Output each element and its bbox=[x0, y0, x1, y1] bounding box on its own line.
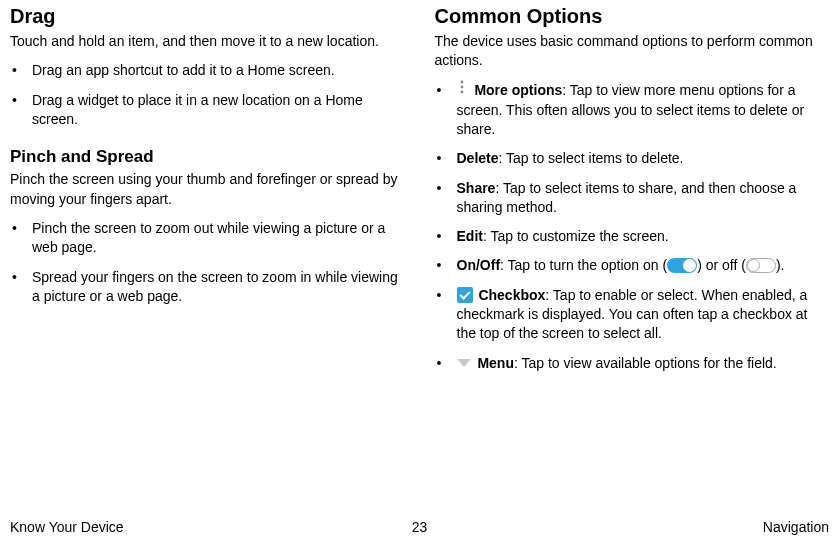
menu-label: Menu bbox=[477, 355, 514, 371]
list-item: Drag a widget to place it in a new locat… bbox=[10, 91, 405, 130]
page-footer: Know Your Device 23 Navigation bbox=[10, 519, 829, 535]
footer-left: Know Your Device bbox=[10, 519, 124, 535]
common-options-heading: Common Options bbox=[435, 5, 830, 28]
option-delete: Delete: Tap to select items to delete. bbox=[435, 149, 830, 168]
list-item: Drag an app shortcut to add it to a Home… bbox=[10, 61, 405, 80]
option-menu: Menu: Tap to view available options for … bbox=[435, 354, 830, 373]
drag-heading: Drag bbox=[10, 5, 405, 28]
onoff-desc-c: ). bbox=[776, 257, 785, 273]
option-share: Share: Tap to select items to share, and… bbox=[435, 179, 830, 218]
svg-point-2 bbox=[460, 91, 463, 94]
more-options-icon bbox=[457, 80, 471, 99]
share-label: Share bbox=[457, 180, 496, 196]
onoff-desc-b: ) or off ( bbox=[697, 257, 746, 273]
left-column: Drag Touch and hold an item, and then mo… bbox=[10, 5, 405, 500]
edit-label: Edit bbox=[457, 228, 483, 244]
footer-right: Navigation bbox=[763, 519, 829, 535]
edit-desc: : Tap to customize the screen. bbox=[483, 228, 669, 244]
svg-point-1 bbox=[460, 86, 463, 89]
toggle-on-icon bbox=[667, 258, 697, 273]
list-item: Spread your fingers on the screen to zoo… bbox=[10, 268, 405, 307]
option-checkbox: Checkbox: Tap to enable or select. When … bbox=[435, 286, 830, 344]
drag-list: Drag an app shortcut to add it to a Home… bbox=[10, 61, 405, 129]
toggle-off-icon bbox=[746, 258, 776, 273]
page-number: 23 bbox=[412, 519, 428, 535]
list-item: Pinch the screen to zoom out while viewi… bbox=[10, 219, 405, 258]
option-more: More options: Tap to view more menu opti… bbox=[435, 81, 830, 140]
delete-label: Delete bbox=[457, 150, 499, 166]
pinch-list: Pinch the screen to zoom out while viewi… bbox=[10, 219, 405, 306]
common-options-intro: The device uses basic command options to… bbox=[435, 32, 830, 71]
common-options-list: More options: Tap to view more menu opti… bbox=[435, 81, 830, 373]
onoff-desc-a: : Tap to turn the option on ( bbox=[500, 257, 667, 273]
onoff-label: On/Off bbox=[457, 257, 501, 273]
option-edit: Edit: Tap to customize the screen. bbox=[435, 227, 830, 246]
pinch-heading: Pinch and Spread bbox=[10, 147, 405, 167]
share-desc: : Tap to select items to share, and then… bbox=[457, 180, 797, 215]
right-column: Common Options The device uses basic com… bbox=[435, 5, 830, 500]
chevron-down-icon bbox=[457, 359, 471, 367]
option-onoff: On/Off: Tap to turn the option on () or … bbox=[435, 256, 830, 275]
checkbox-label: Checkbox bbox=[478, 287, 545, 303]
more-options-label: More options bbox=[474, 82, 562, 98]
checkbox-icon bbox=[457, 287, 473, 303]
pinch-intro: Pinch the screen using your thumb and fo… bbox=[10, 170, 405, 209]
drag-intro: Touch and hold an item, and then move it… bbox=[10, 32, 405, 51]
svg-point-0 bbox=[460, 81, 463, 84]
delete-desc: : Tap to select items to delete. bbox=[499, 150, 684, 166]
menu-desc: : Tap to view available options for the … bbox=[514, 355, 777, 371]
